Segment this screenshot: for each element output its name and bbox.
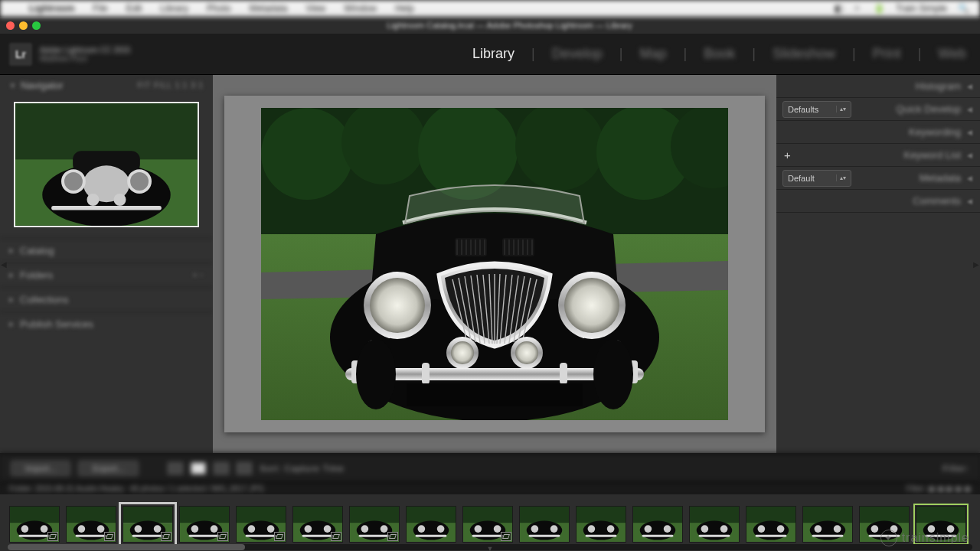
- filmstrip-thumb[interactable]: [802, 506, 853, 543]
- panel-keyword-list[interactable]: + Keyword List ◀: [776, 144, 980, 167]
- module-develop[interactable]: Develop: [552, 46, 603, 62]
- svg-rect-162: [860, 507, 909, 523]
- filmstrip-thumb[interactable]: [236, 506, 286, 543]
- view-grid-button[interactable]: [168, 462, 183, 474]
- metadata-badge-icon: [387, 532, 398, 541]
- svg-point-147: [701, 525, 709, 533]
- menu-file[interactable]: File: [93, 3, 107, 14]
- quick-develop-preset-select[interactable]: Defaults ▴▾: [782, 101, 851, 118]
- disclosure-triangle-icon[interactable]: ▼: [9, 82, 16, 90]
- panel-comments-label: Comments: [913, 195, 961, 207]
- metadata-badge-icon: [217, 532, 228, 541]
- disclosure-triangle-icon[interactable]: ◀: [967, 106, 972, 113]
- status-icon[interactable]: ᯤ: [854, 3, 863, 14]
- collapse-filmstrip-icon[interactable]: ▼: [487, 545, 494, 551]
- filmstrip-thumb[interactable]: [462, 506, 513, 543]
- filmstrip-thumb[interactable]: [406, 506, 456, 543]
- navigator-zoom-controls[interactable]: FIT FILL 1:1 3:1: [137, 81, 204, 90]
- view-survey-button[interactable]: [237, 462, 252, 474]
- disclosure-triangle-icon[interactable]: ▶: [9, 247, 14, 254]
- menu-edit[interactable]: Edit: [126, 3, 142, 14]
- panel-keywording[interactable]: Keywording ◀: [776, 121, 980, 144]
- filmstrip-thumb[interactable]: [746, 506, 796, 543]
- svg-point-129: [531, 525, 539, 533]
- filmstrip-thumb[interactable]: [689, 506, 740, 543]
- status-user[interactable]: Train Simple: [896, 3, 947, 14]
- panel-collections[interactable]: ▶ Collections: [0, 287, 213, 311]
- module-print[interactable]: Print: [873, 46, 901, 62]
- disclosure-triangle-icon[interactable]: ▶: [9, 272, 14, 279]
- navigator-header[interactable]: ▼ Navigator FIT FILL 1:1 3:1: [0, 75, 213, 96]
- svg-point-160: [834, 525, 841, 533]
- view-compare-button[interactable]: [214, 462, 229, 474]
- panel-folders-count[interactable]: + −: [193, 271, 204, 279]
- disclosure-triangle-icon[interactable]: ▶: [9, 321, 14, 328]
- disclosure-triangle-icon[interactable]: ◀: [967, 83, 972, 90]
- filmstrip-thumb[interactable]: [632, 506, 683, 543]
- filter-label[interactable]: Filter:: [943, 464, 970, 473]
- disclosure-triangle-icon[interactable]: ◀: [967, 174, 972, 182]
- menu-library[interactable]: Library: [160, 3, 188, 14]
- chevron-updown-icon: ▴▾: [836, 174, 846, 181]
- disclosure-triangle-icon[interactable]: ◀: [967, 197, 972, 205]
- module-web[interactable]: Web: [938, 46, 966, 62]
- filmstrip[interactable]: ✦ trainsimple ▼: [0, 494, 980, 551]
- menu-help[interactable]: Help: [395, 3, 414, 14]
- filmstrip-thumb[interactable]: [9, 506, 60, 543]
- menu-window[interactable]: Window: [344, 3, 377, 14]
- filmstrip-thumb[interactable]: [292, 506, 343, 543]
- disclosure-triangle-icon[interactable]: ▶: [9, 296, 14, 303]
- svg-point-148: [720, 525, 728, 533]
- panel-catalog[interactable]: ▶ Catalog: [0, 238, 213, 262]
- filmstrip-thumb[interactable]: [122, 506, 173, 543]
- svg-rect-138: [633, 507, 682, 523]
- add-keyword-button[interactable]: +: [782, 148, 792, 161]
- module-book[interactable]: Book: [704, 46, 735, 62]
- navigator-preview[interactable]: [14, 102, 199, 227]
- menu-app-name[interactable]: Lightroom: [29, 3, 74, 14]
- filmstrip-thumb[interactable]: [179, 506, 230, 543]
- module-map[interactable]: Map: [639, 46, 666, 62]
- panel-comments[interactable]: Comments ◀: [776, 190, 980, 213]
- zoom-window-button[interactable]: [32, 21, 41, 30]
- export-button[interactable]: Export...: [78, 461, 139, 476]
- spotlight-icon[interactable]: 🔍: [958, 3, 969, 14]
- disclosure-triangle-icon[interactable]: ◀: [967, 129, 972, 136]
- info-right[interactable]: Filter: ▣ ▣ ▣ ▣ ▣: [906, 484, 971, 493]
- disclosure-triangle-icon[interactable]: ◀: [967, 152, 972, 159]
- metadata-preset-select[interactable]: Default ▴▾: [782, 170, 851, 187]
- photo[interactable]: [261, 108, 728, 420]
- menu-view[interactable]: View: [305, 3, 325, 14]
- panel-metadata[interactable]: Default ▴▾ Metadata ◀: [776, 167, 980, 190]
- svg-rect-77: [19, 535, 51, 537]
- module-library[interactable]: Library: [472, 46, 514, 62]
- menu-metadata[interactable]: Metadata: [249, 3, 287, 14]
- import-button[interactable]: Import...: [11, 461, 70, 476]
- filmstrip-info-bar: Folder: 2015-08-31 Austin-Healey · 46 ph…: [0, 482, 980, 494]
- window-titlebar: Lightroom Catalog.lrcat — Adobe Photosho…: [0, 17, 980, 34]
- module-slideshow[interactable]: Slideshow: [773, 46, 835, 62]
- panel-publish-services[interactable]: ▶ Publish Services: [0, 311, 213, 336]
- status-icon[interactable]: ◧: [835, 3, 843, 14]
- panel-folders[interactable]: ▶ Folders + −: [0, 262, 213, 287]
- panel-histogram[interactable]: Histogram ◀: [776, 75, 980, 98]
- filmstrip-thumb[interactable]: [66, 506, 116, 543]
- collapse-right-icon[interactable]: ▶: [972, 255, 980, 273]
- status-icon[interactable]: 🔋: [874, 3, 885, 14]
- svg-rect-144: [690, 507, 739, 523]
- minimize-window-button[interactable]: [19, 21, 28, 30]
- svg-rect-90: [180, 507, 229, 523]
- scrollbar-handle[interactable]: [8, 544, 245, 550]
- view-loupe-button[interactable]: [191, 462, 206, 474]
- menu-photo[interactable]: Photo: [207, 3, 230, 14]
- svg-point-87: [135, 525, 142, 533]
- svg-point-7: [64, 172, 83, 191]
- filmstrip-thumb[interactable]: [349, 506, 400, 543]
- sort-label[interactable]: Sort: Capture Time: [260, 464, 344, 473]
- mac-menubar: Lightroom File Edit Library Photo Metada…: [0, 0, 980, 17]
- panel-keyword-list-label: Keyword List: [904, 149, 961, 161]
- filmstrip-thumb[interactable]: [519, 506, 570, 543]
- filmstrip-thumb[interactable]: [576, 506, 626, 543]
- panel-quick-develop[interactable]: Defaults ▴▾ Quick Develop ◀: [776, 98, 980, 121]
- close-window-button[interactable]: [6, 21, 15, 30]
